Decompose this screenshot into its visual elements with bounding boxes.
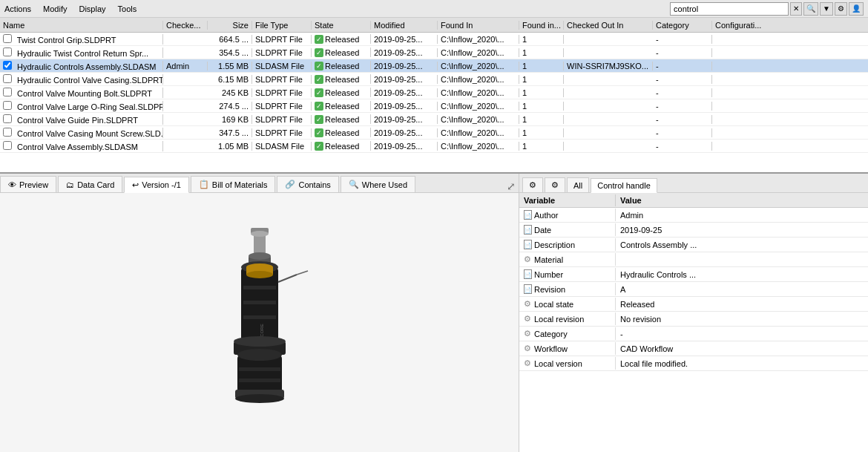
header-filetype[interactable]: File Type <box>252 21 312 30</box>
state-indicator: ✓ Released <box>315 88 359 97</box>
list-item: 📄Date 2019-09-25 <box>519 223 868 238</box>
props-tab-all[interactable]: All <box>567 177 589 192</box>
search-area: ✕ 🔍 ▼ ⚙ 👤 <box>670 2 864 16</box>
table-row[interactable]: Hydraulic Controls Assembly.SLDASM Admin… <box>0 59 868 73</box>
file-checkbox[interactable] <box>3 101 12 110</box>
bom-icon: 📋 <box>199 180 209 189</box>
header-value: Value <box>616 194 646 206</box>
state-indicator: ✓ Released <box>315 35 359 44</box>
file-checkbox[interactable] <box>3 48 12 56</box>
prop-variable: ⚙Local version <box>519 357 616 370</box>
header-foundin2[interactable]: Found in... <box>519 21 564 30</box>
header-category[interactable]: Category <box>653 21 712 30</box>
table-row[interactable]: Control Valve Guide Pin.SLDPRT 169 KB SL… <box>0 113 868 126</box>
file-type: SLDASM File <box>252 62 312 71</box>
header-modified[interactable]: Modified <box>371 21 438 30</box>
table-row[interactable]: Control Valve Mounting Bolt.SLDPRT 245 K… <box>0 86 868 99</box>
gear-icon: ⚙ <box>524 329 532 338</box>
file-size: 169 KB <box>208 115 252 124</box>
header-config[interactable]: Configurati... <box>712 21 772 30</box>
file-category: - <box>653 35 712 44</box>
props-tab-icon2[interactable]: ⚙ <box>545 177 565 192</box>
file-checkbox[interactable] <box>3 141 12 150</box>
file-foundin2: 1 <box>519 35 564 44</box>
search-options-button[interactable]: ▼ <box>820 2 833 16</box>
search-go-button[interactable]: 🔍 <box>803 2 818 16</box>
search-advanced-button[interactable]: ⚙ <box>835 2 847 16</box>
file-foundin: C:\Inflow_2020\... <box>438 62 519 71</box>
header-size[interactable]: Size <box>208 21 252 30</box>
green-check-icon: ✓ <box>315 48 323 57</box>
file-name: Hydraulic Controls Assembly.SLDASM <box>0 61 163 71</box>
file-size: 347.5 ... <box>208 128 252 137</box>
file-foundin2: 1 <box>519 62 564 71</box>
props-tab-icon1[interactable]: ⚙ <box>522 177 543 192</box>
file-type: SLDPRT File <box>252 102 312 111</box>
gear-icon: ⚙ <box>524 358 532 368</box>
svg-point-15 <box>234 336 286 347</box>
file-modified: 2019-09-25... <box>371 88 438 97</box>
file-state: ✓ Released <box>312 114 371 124</box>
file-name: Hydraulic Twist Control Return Spr... <box>0 48 163 58</box>
file-foundin: C:\Inflow_2020\... <box>438 128 519 137</box>
file-list-container: Name Checke... Size File Type State Modi… <box>0 18 868 174</box>
file-checkbox[interactable] <box>3 114 12 123</box>
file-checkbox[interactable] <box>3 128 12 137</box>
tab-preview[interactable]: 👁 Preview <box>0 176 56 192</box>
prop-value: Hydraulic Controls ... <box>616 269 868 281</box>
expand-button[interactable]: ⤢ <box>504 180 519 192</box>
table-row[interactable]: Twist Control Grip.SLDPRT 664.5 ... SLDP… <box>0 33 868 46</box>
tab-data-card[interactable]: 🗂 Data Card <box>58 176 122 192</box>
prop-value: Released <box>616 298 868 310</box>
table-row[interactable]: Control Valve Assembly.SLDASM 1.05 MB SL… <box>0 140 868 153</box>
table-row[interactable]: Control Valve Casing Mount Screw.SLD... … <box>0 126 868 140</box>
tab-contains[interactable]: 🔗 Contains <box>277 176 338 192</box>
file-checkbox[interactable] <box>3 61 12 70</box>
props-control-handle-label: Control handle <box>597 181 651 190</box>
preview-tab-bar: 👁 Preview 🗂 Data Card ↩ Version -/1 📋 Bi… <box>0 174 519 193</box>
modify-menu[interactable]: Modify <box>43 4 67 13</box>
table-row[interactable]: Hydraulic Control Valve Casing.SLDPRT 6.… <box>0 73 868 86</box>
file-checkbox[interactable] <box>3 88 12 96</box>
prop-value: Controls Assembly ... <box>616 239 868 251</box>
file-checkbox[interactable] <box>3 34 12 43</box>
actions-menu[interactable]: Actions <box>4 4 31 13</box>
green-check-icon: ✓ <box>315 142 323 151</box>
bottom-panel: 👁 Preview 🗂 Data Card ↩ Version -/1 📋 Bi… <box>0 174 868 452</box>
file-foundin: C:\Inflow_2020\... <box>438 35 519 44</box>
header-state[interactable]: State <box>312 21 371 30</box>
table-row[interactable]: Hydraulic Twist Control Return Spr... 35… <box>0 46 868 59</box>
header-variable: Variable <box>519 194 616 206</box>
header-checkedout[interactable]: Checked Out In <box>564 21 653 30</box>
tools-menu[interactable]: Tools <box>118 4 137 13</box>
header-foundin[interactable]: Found In <box>438 21 519 30</box>
search-input[interactable] <box>670 2 789 16</box>
file-category: - <box>653 102 712 111</box>
file-modified: 2019-09-25... <box>371 128 438 137</box>
search-clear-button[interactable]: ✕ <box>790 2 802 16</box>
file-state: ✓ Released <box>312 88 371 97</box>
file-size: 1.55 MB <box>208 62 252 71</box>
header-checked[interactable]: Checke... <box>163 21 208 30</box>
where-used-icon: 🔍 <box>349 180 359 189</box>
table-row[interactable]: Control Valve Large O-Ring Seal.SLDPRT 2… <box>0 99 868 113</box>
file-modified: 2019-09-25... <box>371 48 438 57</box>
props-tab-control-handle[interactable]: Control handle <box>591 178 657 193</box>
file-category: - <box>653 115 712 124</box>
search-extra-button[interactable]: 👤 <box>849 2 864 16</box>
prop-value <box>616 258 868 261</box>
tab-bom[interactable]: 📋 Bill of Materials <box>191 176 276 192</box>
file-foundin: C:\Inflow_2020\... <box>438 48 519 57</box>
tab-where-used[interactable]: 🔍 Where Used <box>341 176 415 192</box>
display-menu[interactable]: Display <box>79 4 105 13</box>
green-check-icon: ✓ <box>315 35 323 44</box>
svg-text:CORE: CORE <box>260 324 264 336</box>
file-type: SLDPRT File <box>252 35 312 44</box>
file-modified: 2019-09-25... <box>371 35 438 44</box>
green-check-icon: ✓ <box>315 88 323 97</box>
header-name[interactable]: Name <box>0 21 163 30</box>
tab-version[interactable]: ↩ Version -/1 <box>124 177 189 193</box>
file-checkbox[interactable] <box>3 74 12 83</box>
file-type: SLDASM File <box>252 142 312 151</box>
file-foundin2: 1 <box>519 128 564 137</box>
